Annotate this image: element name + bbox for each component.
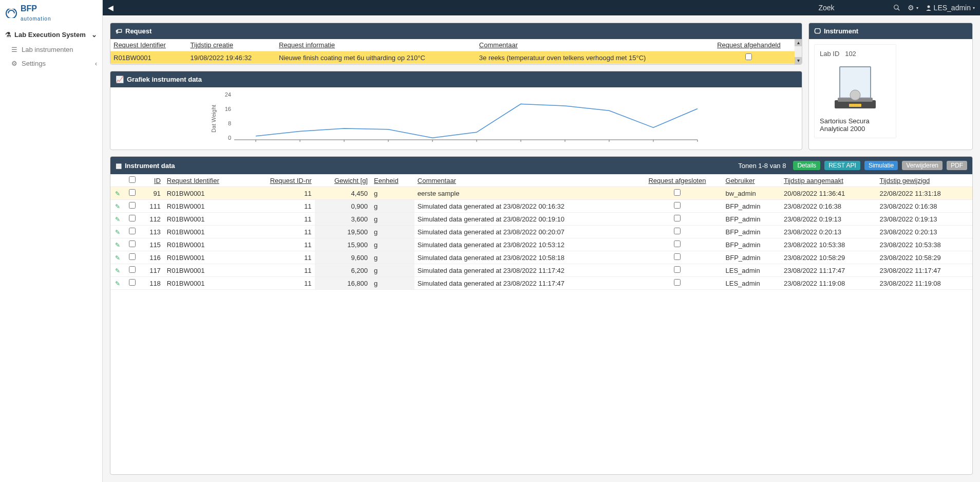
table-row[interactable]: ✎111R01BW0001110,900gSimulated data gene… [110,200,972,213]
table-row[interactable]: ✎112R01BW0001113,600gSimulated data gene… [110,213,972,226]
req-col-info[interactable]: Request informatie [276,39,476,51]
row-select-checkbox[interactable] [129,215,136,221]
col-comment[interactable]: Commentaar [414,174,632,187]
row-select-checkbox[interactable] [129,202,136,209]
edit-icon[interactable]: ✎ [115,267,120,274]
collapse-sidebar-button[interactable]: ◀ [108,4,114,12]
chevron-left-icon: ‹ [95,60,97,67]
sidebar-item-lab-instrumenten[interactable]: ☰ Lab instrumenten [0,43,102,57]
cell-id: 91 [139,187,164,200]
delete-button[interactable]: Verwijderen [902,161,943,170]
col-req-identifier[interactable]: Request Identifier [164,174,247,187]
table-row[interactable]: ✎91R01BW0001114,450geerste samplebw_admi… [110,187,972,200]
cell-weight: 16,800 [315,277,371,290]
brand-sub: automation [21,16,51,22]
col-closed[interactable]: Request afgesloten [632,174,722,187]
cell-weight: 4,450 [315,187,371,200]
pdf-button[interactable]: PDF [947,161,967,170]
table-row[interactable]: ✎118R01BW00011116,800gSimulated data gen… [110,277,972,290]
cell-unit: g [371,264,414,277]
cell-unit: g [371,226,414,238]
brand-name: BFP [21,4,37,13]
cell-user: bw_admin [723,187,781,200]
col-created[interactable]: Tijdstip aangemaakt [781,174,876,187]
chevron-down-icon: ⌄ [91,31,97,39]
cell-comment: Simulated data generated at 23/08/2022 1… [414,238,632,251]
row-select-checkbox[interactable] [129,240,136,247]
request-scrollbar[interactable]: ▴ ▾ [795,39,802,64]
row-select-checkbox[interactable] [129,253,136,260]
user-menu[interactable]: LES_admin ▾ [926,4,975,12]
cell-created: 23/08/2022 11:17:47 [781,264,876,277]
cell-reqnr: 11 [247,277,315,290]
cell-reqnr: 11 [247,226,315,238]
row-select-checkbox[interactable] [129,228,136,234]
details-button[interactable]: Details [793,161,820,170]
cell-modified: 22/08/2022 11:31:18 [876,187,972,200]
scroll-up-icon[interactable]: ▴ [795,39,802,46]
row-closed-checkbox[interactable] [674,240,681,247]
req-col-identifier[interactable]: Request Identifier [110,39,187,51]
req-col-comment[interactable]: Commentaar [476,39,703,51]
req-col-creation[interactable]: Tijdstip creatie [187,39,276,51]
row-select-checkbox[interactable] [129,279,136,286]
search-label[interactable]: Zoek [818,4,834,12]
panel-request-title: Request [125,27,152,35]
row-select-checkbox[interactable] [129,266,136,273]
col-unit[interactable]: Eenheid [371,174,414,187]
req-handled-checkbox[interactable] [745,53,752,60]
row-closed-checkbox[interactable] [674,266,681,273]
row-closed-checkbox[interactable] [674,189,681,196]
cell-created: 23/08/2022 10:58:29 [781,251,876,264]
brand-logo: BFP automation [0,0,102,27]
table-row[interactable]: ✎113R01BW00011119,500gSimulated data gen… [110,226,972,238]
table-row[interactable]: ✎115R01BW00011115,900gSimulated data gen… [110,238,972,251]
cell-reqnr: 11 [247,187,315,200]
search-icon[interactable] [893,4,900,11]
list-icon: ☰ [11,46,17,53]
cell-reqnr: 11 [247,213,315,226]
brand-icon [5,9,17,18]
col-req-idnr[interactable]: Request ID-nr [247,174,315,187]
cell-user: BFP_admin [723,200,781,213]
cell-created: 23/08/2022 0:20:13 [781,226,876,238]
sidebar-item-settings[interactable]: ⚙ Settings ‹ [0,57,102,70]
user-name: LES_admin [934,4,971,12]
edit-icon[interactable]: ✎ [115,203,120,210]
edit-icon[interactable]: ✎ [115,229,120,236]
table-row[interactable]: ✎117R01BW0001116,200gSimulated data gene… [110,264,972,277]
col-modified[interactable]: Tijdstip gewijzigd [876,174,972,187]
request-row[interactable]: R01BW0001 19/08/2022 19:46:32 Nieuwe fin… [110,51,795,64]
edit-icon[interactable]: ✎ [115,280,120,287]
row-closed-checkbox[interactable] [674,279,681,286]
table-row[interactable]: ✎116R01BW0001119,600gSimulated data gene… [110,251,972,264]
row-closed-checkbox[interactable] [674,253,681,260]
edit-icon[interactable]: ✎ [115,190,120,197]
chart-ytick: 8 [228,120,231,126]
edit-icon[interactable]: ✎ [115,216,120,223]
simulate-button[interactable]: Simulatie [864,161,898,170]
edit-icon[interactable]: ✎ [115,242,120,249]
settings-dropdown[interactable]: ⚙▾ [908,4,918,12]
row-closed-checkbox[interactable] [674,202,681,209]
req-col-handled[interactable]: Request afgehandeld [703,39,795,51]
svg-point-0 [894,5,898,9]
edit-icon[interactable]: ✎ [115,254,120,262]
col-id[interactable]: ID [139,174,164,187]
cell-req: R01BW0001 [164,264,247,277]
scroll-down-icon[interactable]: ▾ [795,57,802,64]
sidebar-root-les[interactable]: ⚗Lab Execution System ⌄ [0,27,102,43]
col-user[interactable]: Gebruiker [723,174,781,187]
cell-req: R01BW0001 [164,251,247,264]
labid-label: Lab ID [820,50,839,58]
flask-icon: ⚗ [5,31,11,39]
row-select-checkbox[interactable] [129,189,136,196]
restapi-button[interactable]: REST API [824,161,860,170]
select-all-checkbox[interactable] [129,176,136,183]
row-closed-checkbox[interactable] [674,215,681,221]
data-showing: Tonen 1-8 van 8 [738,162,786,170]
col-weight[interactable]: Gewicht [g] [315,174,371,187]
instrument-card[interactable]: Lab ID 102 Sa [814,44,896,138]
row-closed-checkbox[interactable] [674,228,681,234]
panel-chart: 📈 Grafiek instrument data Dat Weight 24 … [110,71,802,150]
